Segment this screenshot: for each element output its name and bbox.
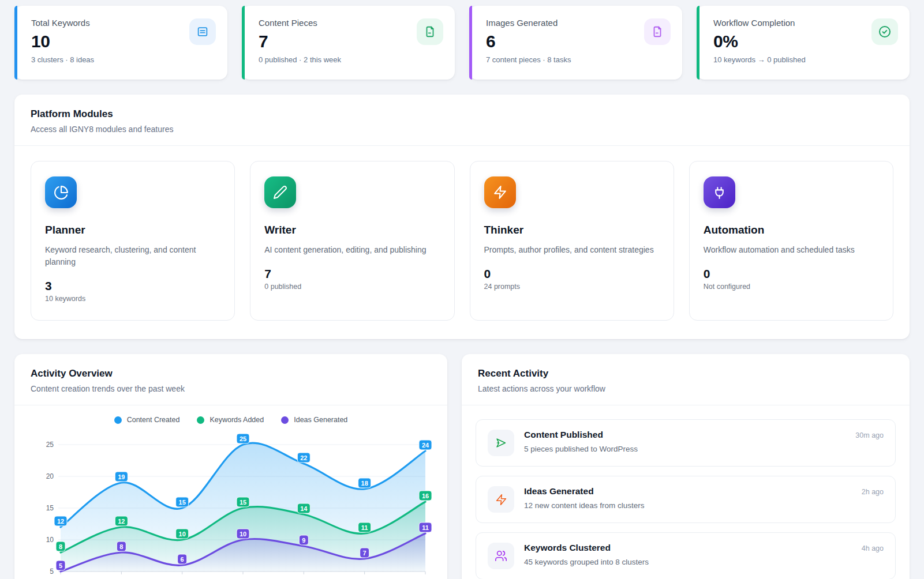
svg-text:10: 10 <box>240 531 246 537</box>
bottom-row: Activity Overview Content creation trend… <box>14 354 910 579</box>
accent-bar <box>14 6 17 80</box>
svg-text:9: 9 <box>302 537 305 544</box>
stat-card-content-pieces: Content Pieces 7 0 published · 2 this we… <box>242 6 455 80</box>
dashboard-page: Total Keywords 10 3 clusters · 8 ideas C… <box>0 0 924 579</box>
module-card-planner[interactable]: Planner Keyword research, clustering, an… <box>31 161 235 321</box>
module-stat-label: 0 published <box>264 283 440 291</box>
activity-item-keywords-clustered: Keywords Clustered 4h ago 45 keywords gr… <box>476 532 896 579</box>
module-description: Prompts, author profiles, and content st… <box>484 244 660 256</box>
pencil-icon <box>264 176 296 208</box>
svg-text:10: 10 <box>46 536 54 544</box>
stat-value: 0% <box>713 32 897 51</box>
module-stat-value: 7 <box>264 267 440 281</box>
pie-chart-icon <box>45 176 77 208</box>
svg-text:8: 8 <box>59 543 62 550</box>
accent-bar <box>697 6 699 80</box>
panel-title: Activity Overview <box>31 368 431 379</box>
activity-item-ideas-generated: Ideas Generated 2h ago 12 new content id… <box>476 476 896 523</box>
stat-card-total-keywords: Total Keywords 10 3 clusters · 8 ideas <box>14 6 227 80</box>
activity-time: 30m ago <box>855 431 884 439</box>
svg-text:20: 20 <box>46 472 54 480</box>
stat-value: 6 <box>486 32 669 51</box>
module-card-thinker[interactable]: Thinker Prompts, author profiles, and co… <box>470 161 674 321</box>
module-card-automation[interactable]: Automation Workflow automation and sched… <box>689 161 893 321</box>
activity-body: Content Published 30m ago 5 pieces publi… <box>524 430 884 453</box>
svg-text:19: 19 <box>118 473 125 480</box>
module-stat-value: 3 <box>45 279 220 293</box>
activity-line-chart: 510152025MonTueWedThuFriSatSun1219152522… <box>28 430 433 579</box>
legend-dot-icon <box>281 416 289 424</box>
plug-icon <box>704 176 735 208</box>
recent-activity-header: Recent Activity Latest actions across yo… <box>462 354 910 405</box>
svg-text:5: 5 <box>59 562 62 569</box>
activity-overview-panel: Activity Overview Content creation trend… <box>14 354 447 579</box>
stat-card-workflow-completion: Workflow Completion 0% 10 keywords → 0 p… <box>697 6 910 80</box>
activity-overview-header: Activity Overview Content creation trend… <box>14 354 447 405</box>
panel-subtitle: Latest actions across your workflow <box>478 384 893 393</box>
svg-text:25: 25 <box>46 441 54 449</box>
svg-text:14: 14 <box>300 505 308 512</box>
activity-time: 2h ago <box>862 488 884 496</box>
zap-icon <box>488 486 514 513</box>
list-icon <box>189 18 216 45</box>
module-name: Writer <box>264 224 440 236</box>
chart-legend: Content Created Keywords Added Ideas Gen… <box>28 416 433 424</box>
legend-item-ideas-generated[interactable]: Ideas Generated <box>281 416 347 424</box>
module-name: Thinker <box>484 224 660 236</box>
legend-item-keywords-added[interactable]: Keywords Added <box>197 416 264 424</box>
legend-dot-icon <box>197 416 204 424</box>
module-name: Planner <box>45 224 220 236</box>
file-icon <box>644 18 671 45</box>
legend-label: Ideas Generated <box>294 416 347 424</box>
stat-label: Total Keywords <box>31 18 215 28</box>
stat-label: Workflow Completion <box>713 18 897 28</box>
activity-time: 4h ago <box>862 544 884 552</box>
svg-text:10: 10 <box>179 531 186 537</box>
legend-dot-icon <box>114 416 122 424</box>
module-stat-label: 10 keywords <box>45 295 220 303</box>
activity-item-content-published: Content Published 30m ago 5 pieces publi… <box>476 419 896 467</box>
svg-text:25: 25 <box>240 435 246 442</box>
svg-text:11: 11 <box>361 524 368 531</box>
zap-icon <box>484 176 516 208</box>
svg-text:12: 12 <box>57 518 64 525</box>
legend-label: Content Created <box>127 416 180 424</box>
svg-text:15: 15 <box>179 499 186 506</box>
stat-sub: 0 published · 2 this week <box>259 55 442 64</box>
svg-text:7: 7 <box>363 550 366 557</box>
legend-label: Keywords Added <box>210 416 264 424</box>
module-stat-value: 0 <box>704 267 879 281</box>
activity-list: Content Published 30m ago 5 pieces publi… <box>462 405 910 579</box>
svg-text:18: 18 <box>361 480 368 487</box>
file-icon <box>417 18 443 45</box>
module-description: Keyword research, clustering, and conten… <box>45 244 220 268</box>
legend-item-content-created[interactable]: Content Created <box>114 416 180 424</box>
svg-text:5: 5 <box>50 567 54 576</box>
panel-subtitle: Access all IGNY8 modules and features <box>31 125 893 134</box>
platform-modules-panel: Platform Modules Access all IGNY8 module… <box>14 95 910 339</box>
svg-text:16: 16 <box>422 492 429 499</box>
module-description: AI content generation, editing, and publ… <box>264 244 440 256</box>
activity-title: Keywords Clustered <box>524 543 611 553</box>
platform-modules-header: Platform Modules Access all IGNY8 module… <box>14 95 910 146</box>
stat-value: 7 <box>259 32 442 51</box>
stat-value: 10 <box>31 32 215 51</box>
stat-sub: 3 clusters · 8 ideas <box>31 55 215 64</box>
stat-sub: 7 content pieces · 8 tasks <box>486 55 669 64</box>
svg-text:12: 12 <box>118 518 125 525</box>
svg-text:15: 15 <box>46 504 54 512</box>
activity-title: Ideas Generated <box>524 486 594 497</box>
svg-text:6: 6 <box>181 556 184 563</box>
panel-subtitle: Content creation trends over the past we… <box>31 384 431 393</box>
stat-label: Images Generated <box>486 18 669 28</box>
activity-title: Content Published <box>524 430 603 440</box>
activity-description: 12 new content ideas from clusters <box>524 501 884 510</box>
module-name: Automation <box>704 224 879 236</box>
stat-card-images-generated: Images Generated 6 7 content pieces · 8 … <box>469 6 682 80</box>
activity-chart-area: Content Created Keywords Added Ideas Gen… <box>14 405 447 579</box>
module-card-writer[interactable]: Writer AI content generation, editing, a… <box>250 161 454 321</box>
svg-text:11: 11 <box>422 524 429 531</box>
module-stat-label: Not configured <box>704 283 879 291</box>
panel-title: Recent Activity <box>478 368 893 379</box>
users-icon <box>488 543 514 569</box>
